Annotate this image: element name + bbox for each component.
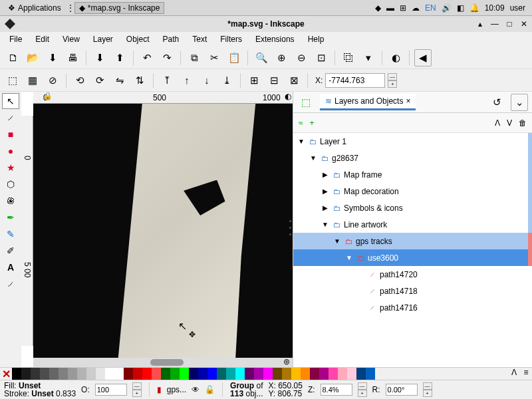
lock-icon[interactable]: 🔓 <box>205 385 215 394</box>
save-button[interactable]: ⬇ <box>44 49 61 66</box>
ruler-toggle-icon[interactable]: ◐ <box>285 92 291 101</box>
color-swatch[interactable] <box>329 368 338 380</box>
expander-icon[interactable]: ▼ <box>321 221 329 228</box>
snap-2-button[interactable]: ⊟ <box>265 72 283 89</box>
color-swatch[interactable] <box>49 368 59 380</box>
object-tree[interactable]: ▼🗀Layer 1▼🗀g28637▶🗀Map frame▶🗀Map decora… <box>293 133 532 367</box>
applications-menu[interactable]: ❖ Applications <box>3 2 66 14</box>
tree-row[interactable]: ⟋path14718 <box>293 283 532 299</box>
star-tool[interactable]: ★ <box>2 160 19 176</box>
lower-button[interactable]: ↓ <box>198 72 215 89</box>
expander-icon[interactable]: ▶ <box>321 204 329 211</box>
color-swatch[interactable] <box>170 368 180 380</box>
stroke-value[interactable]: Unset <box>31 389 53 398</box>
layer-color-bar[interactable] <box>528 183 532 200</box>
close-tab-icon[interactable]: × <box>406 96 410 106</box>
zoom-input[interactable] <box>321 384 352 396</box>
duplicate-button[interactable]: ⿻ <box>340 49 357 66</box>
bezier-tool[interactable]: ✒ <box>2 209 19 225</box>
visibility-icon[interactable]: 👁 <box>192 385 200 394</box>
tree-row[interactable]: ▶🗀Map decoration <box>293 183 532 200</box>
deselect-button[interactable]: ⊘ <box>44 72 61 89</box>
new-button[interactable]: 🗋 <box>4 49 21 66</box>
color-swatch[interactable] <box>366 368 375 380</box>
battery-icon[interactable]: ◧ <box>457 3 464 13</box>
rollup-button[interactable]: ▴ <box>475 19 485 29</box>
menu-extensions[interactable]: Extensions <box>250 33 300 45</box>
clone-dropdown[interactable]: ▾ <box>360 49 377 66</box>
calligraphy-tool[interactable]: ✐ <box>2 243 19 259</box>
menu-text[interactable]: Text <box>187 33 212 45</box>
color-swatch[interactable] <box>21 368 31 380</box>
menu-object[interactable]: Object <box>121 33 155 45</box>
color-swatch[interactable] <box>319 368 329 380</box>
color-swatch[interactable] <box>198 368 207 380</box>
bell-icon[interactable]: 🔔 <box>469 3 479 13</box>
color-swatch[interactable] <box>310 368 319 380</box>
minimize-button[interactable]: — <box>489 19 500 29</box>
tree-row[interactable]: ▼🗀g28637 <box>293 150 532 166</box>
raise-button[interactable]: ↑ <box>178 72 196 89</box>
opacity-input[interactable] <box>95 384 127 396</box>
color-swatch[interactable] <box>124 368 133 380</box>
lang-indicator[interactable]: EN <box>425 3 436 13</box>
color-swatch[interactable] <box>12 368 21 380</box>
zoom-draw-button[interactable]: ⊖ <box>293 49 310 66</box>
opacity-spinner[interactable]: —+ <box>132 382 142 397</box>
paste-button[interactable]: 📋 <box>225 49 243 66</box>
toggle-button[interactable]: ◐ <box>387 49 404 66</box>
color-swatch[interactable] <box>263 368 273 380</box>
flip-v-button[interactable]: ⇅ <box>131 72 148 89</box>
expander-icon[interactable]: ▼ <box>309 154 317 162</box>
color-swatch[interactable] <box>180 368 189 380</box>
color-swatch[interactable] <box>291 368 301 380</box>
menu-view[interactable]: View <box>57 33 85 45</box>
delete-icon[interactable]: 🗑 <box>519 118 527 128</box>
menu-help[interactable]: Help <box>303 33 330 45</box>
color-swatch[interactable] <box>142 368 152 380</box>
expander-icon[interactable]: ▼ <box>345 254 353 261</box>
tree-row[interactable]: ▼🗀Layer 1 <box>293 133 532 150</box>
snap-1-button[interactable]: ⊞ <box>245 72 263 89</box>
maximize-button[interactable]: □ <box>504 19 515 29</box>
ruler-vertical[interactable]: 0 5 00 <box>21 116 33 346</box>
cut-button[interactable]: ✂ <box>205 49 223 66</box>
color-swatch[interactable] <box>235 368 245 380</box>
color-swatch[interactable] <box>226 368 235 380</box>
tree-row[interactable]: ⟋path14720 <box>293 266 532 283</box>
new-layer-button[interactable]: ⬚ <box>297 94 315 111</box>
tree-row[interactable]: ⟋path14716 <box>293 299 532 316</box>
layers-objects-tab[interactable]: ≋ Layers and Objects × <box>320 94 416 110</box>
color-swatch[interactable] <box>105 368 114 380</box>
color-swatch[interactable] <box>96 368 105 380</box>
color-swatch[interactable] <box>114 368 124 380</box>
layer-color-bar[interactable] <box>528 249 532 266</box>
export-button[interactable]: ⬆ <box>111 49 128 66</box>
stroke-width[interactable]: 0.833 <box>56 389 76 398</box>
node-tool[interactable]: ⟋ <box>2 110 19 126</box>
expander-icon[interactable]: ▼ <box>333 237 341 245</box>
color-swatch[interactable] <box>338 368 347 380</box>
tree-row[interactable]: ▼🗀use3600 <box>293 249 532 266</box>
flip-h-button[interactable]: ⇋ <box>111 72 128 89</box>
color-swatch[interactable] <box>40 368 49 380</box>
color-swatch[interactable] <box>189 368 198 380</box>
text-tool[interactable]: A <box>2 259 19 275</box>
layer-color-bar[interactable] <box>528 200 532 216</box>
palette-scroll-up[interactable]: ᐱ <box>508 368 520 380</box>
current-layer[interactable]: gps... <box>167 385 186 394</box>
color-swatch[interactable] <box>77 368 86 380</box>
close-button[interactable]: ✕ <box>519 19 529 29</box>
undo-button[interactable]: ↶ <box>138 49 156 66</box>
snap-3-button[interactable]: ⊠ <box>285 72 303 89</box>
expander-icon[interactable]: ▶ <box>321 188 329 195</box>
open-button[interactable]: 📂 <box>24 49 41 66</box>
ellipse-tool[interactable]: ● <box>2 143 19 159</box>
tree-row[interactable]: ▼🗀Line artwork <box>293 216 532 233</box>
layer-color-bar[interactable] <box>528 233 532 249</box>
color-swatch[interactable] <box>31 368 40 380</box>
lower-bottom-button[interactable]: ⤓ <box>218 72 235 89</box>
import-button[interactable]: ⬇ <box>91 49 108 66</box>
zoom-page-button[interactable]: ⊡ <box>313 49 330 66</box>
color-swatch[interactable] <box>161 368 170 380</box>
